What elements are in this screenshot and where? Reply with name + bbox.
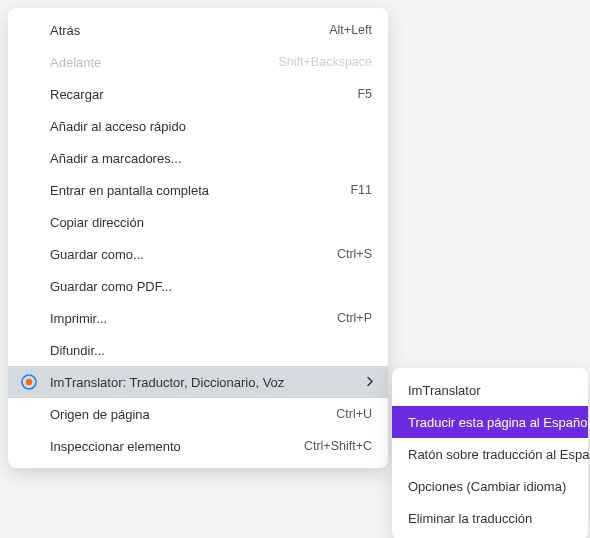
context-menu: Atrás Alt+Left Adelante Shift+Backspace … <box>8 8 388 468</box>
chevron-right-icon <box>366 375 374 390</box>
menu-item-label: Copiar dirección <box>50 215 372 230</box>
menu-item-label: Atrás <box>50 23 329 38</box>
menu-item-shortcut: Ctrl+Shift+C <box>304 439 372 453</box>
menu-item-print[interactable]: Imprimir... Ctrl+P <box>8 302 388 334</box>
menu-item-label: Guardar como PDF... <box>50 279 372 294</box>
menu-item-shortcut: Alt+Left <box>329 23 372 37</box>
menu-item-inspect[interactable]: Inspeccionar elemento Ctrl+Shift+C <box>8 430 388 462</box>
submenu-item-imtranslator[interactable]: ImTranslator <box>392 374 588 406</box>
svg-point-1 <box>26 379 32 385</box>
menu-item-save-as[interactable]: Guardar como... Ctrl+S <box>8 238 388 270</box>
menu-item-label: Añadir a marcadores... <box>50 151 372 166</box>
menu-item-label: Guardar como... <box>50 247 337 262</box>
menu-item-add-speed-dial[interactable]: Añadir al acceso rápido <box>8 110 388 142</box>
submenu-item-label: Ratón sobre traducción al Español <box>408 447 590 462</box>
menu-item-label: Imprimir... <box>50 311 337 326</box>
menu-item-label: Difundir... <box>50 343 372 358</box>
menu-item-reload[interactable]: Recargar F5 <box>8 78 388 110</box>
menu-item-shortcut: Shift+Backspace <box>279 55 372 69</box>
menu-item-shortcut: Ctrl+S <box>337 247 372 261</box>
menu-item-shortcut: Ctrl+P <box>337 311 372 325</box>
menu-item-add-bookmarks[interactable]: Añadir a marcadores... <box>8 142 388 174</box>
menu-item-shortcut: Ctrl+U <box>336 407 372 421</box>
menu-item-label: ImTranslator: Traductor, Diccionario, Vo… <box>50 375 372 390</box>
menu-item-shortcut: F5 <box>357 87 372 101</box>
menu-item-save-pdf[interactable]: Guardar como PDF... <box>8 270 388 302</box>
menu-item-forward: Adelante Shift+Backspace <box>8 46 388 78</box>
menu-item-fullscreen[interactable]: Entrar en pantalla completa F11 <box>8 174 388 206</box>
submenu-item-label: Traducir esta página al Español <box>408 415 590 430</box>
menu-item-label: Inspeccionar elemento <box>50 439 304 454</box>
menu-item-shortcut: F11 <box>350 183 372 197</box>
menu-item-label: Adelante <box>50 55 279 70</box>
menu-item-back[interactable]: Atrás Alt+Left <box>8 14 388 46</box>
imtranslator-icon <box>20 373 38 391</box>
menu-item-cast[interactable]: Difundir... <box>8 334 388 366</box>
submenu-item-translate-page[interactable]: Traducir esta página al Español <box>392 406 588 438</box>
menu-item-copy-address[interactable]: Copiar dirección <box>8 206 388 238</box>
menu-item-page-source[interactable]: Origen de página Ctrl+U <box>8 398 388 430</box>
submenu-item-remove-translation[interactable]: Eliminar la traducción <box>392 502 588 534</box>
menu-item-label: Entrar en pantalla completa <box>50 183 350 198</box>
submenu-item-options[interactable]: Opciones (Cambiar idioma) <box>392 470 588 502</box>
menu-item-label: Origen de página <box>50 407 336 422</box>
submenu-item-label: Opciones (Cambiar idioma) <box>408 479 572 494</box>
submenu-item-label: ImTranslator <box>408 383 572 398</box>
context-submenu: ImTranslator Traducir esta página al Esp… <box>392 368 588 538</box>
submenu-item-mouse-over-translation[interactable]: Ratón sobre traducción al Español <box>392 438 588 470</box>
submenu-item-label: Eliminar la traducción <box>408 511 572 526</box>
menu-item-label: Añadir al acceso rápido <box>50 119 372 134</box>
menu-item-label: Recargar <box>50 87 357 102</box>
menu-item-imtranslator[interactable]: ImTranslator: Traductor, Diccionario, Vo… <box>8 366 388 398</box>
